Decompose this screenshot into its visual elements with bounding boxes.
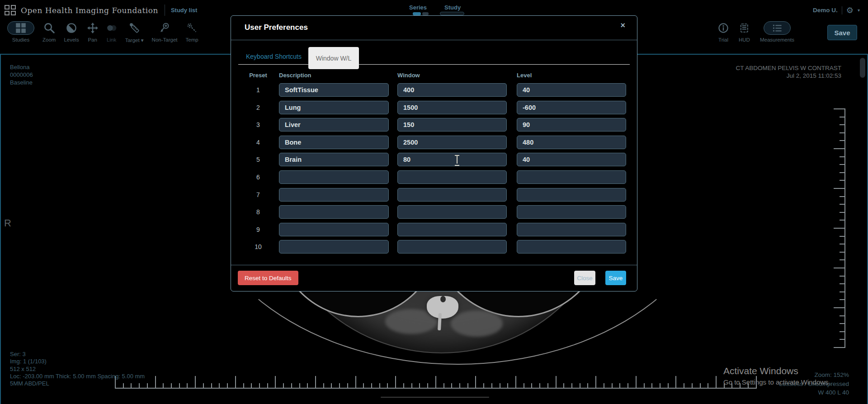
close-icon[interactable]: ×: [620, 21, 625, 30]
window-input[interactable]: [397, 136, 507, 149]
chevron-down-icon[interactable]: ▾: [858, 8, 860, 13]
toolbar-button-label: Measurements: [760, 37, 794, 42]
column-header-preset: Preset: [245, 72, 272, 79]
series-toggle-off[interactable]: [422, 12, 429, 15]
horizontal-ruler: [115, 377, 757, 389]
stack-scrollbar[interactable]: [860, 58, 865, 78]
toolbar-button-label: Trial: [718, 37, 728, 42]
description-input[interactable]: [279, 83, 389, 97]
level-input[interactable]: [517, 205, 626, 219]
info-icon: [718, 21, 729, 35]
ohif-logo-icon[interactable]: [5, 5, 16, 15]
preset-number: 4: [245, 136, 272, 149]
description-input[interactable]: [279, 118, 389, 132]
description-input[interactable]: [279, 240, 389, 254]
orientation-marker: R: [4, 217, 11, 229]
gear-icon[interactable]: ⚙: [846, 6, 854, 14]
toolbar-button-label: Studies: [12, 37, 29, 42]
tab-keyboard-shortcuts[interactable]: Keyboard Shortcuts: [246, 53, 302, 60]
preset-row: 7: [231, 188, 637, 202]
level-input[interactable]: [517, 170, 626, 184]
toolbar-hud-button[interactable]: HUD: [739, 21, 750, 42]
preset-row: 10: [231, 240, 637, 254]
preset-number: 7: [245, 188, 272, 202]
divider: [842, 6, 842, 14]
level-input[interactable]: [517, 240, 626, 254]
preset-row: 4: [231, 136, 637, 149]
window-input[interactable]: [397, 223, 507, 236]
description-input[interactable]: [279, 223, 389, 236]
non-target-icon: [159, 21, 170, 35]
column-header-level: Level: [517, 72, 532, 79]
preset-number: 3: [245, 118, 272, 132]
level-input[interactable]: [517, 188, 626, 202]
toolbar-target-button[interactable]: Target ▾: [125, 21, 144, 43]
study-list-link[interactable]: Study list: [171, 7, 198, 14]
toolbar-levels-button[interactable]: Levels: [64, 21, 79, 43]
window-input[interactable]: [397, 205, 507, 219]
overlay-series-info: Ser: 3Img: 1 (1/103)512 x 512Loc: -203.0…: [10, 351, 145, 387]
preset-row: 3: [231, 118, 637, 132]
level-input[interactable]: [517, 83, 626, 97]
window-input[interactable]: [397, 153, 507, 166]
description-input[interactable]: [279, 153, 389, 166]
study-panel-label: Study: [444, 4, 461, 11]
toolbar-temp-button[interactable]: Temp: [185, 21, 198, 43]
dialog-header: User Preferences ×: [231, 16, 637, 40]
user-menu-label[interactable]: Demo U.: [813, 7, 838, 14]
toolbar-link-button[interactable]: Link: [106, 21, 117, 43]
window-input[interactable]: [397, 101, 507, 114]
preset-row: 6: [231, 170, 637, 184]
preset-row: 1: [231, 83, 637, 97]
preset-row: 8: [231, 205, 637, 219]
preset-number: 6: [245, 170, 272, 184]
save-button[interactable]: Save: [605, 271, 626, 285]
preset-number: 5: [245, 153, 272, 166]
app-title: Open Health Imaging Foundation: [21, 6, 158, 15]
level-input[interactable]: [517, 153, 626, 166]
series-panel-label: Series: [409, 4, 427, 11]
toolbar-studies-button[interactable]: Studies: [7, 21, 34, 43]
preset-number: 2: [245, 101, 272, 114]
toolbar-zoom-button[interactable]: Zoom: [42, 21, 56, 43]
description-input[interactable]: [279, 205, 389, 219]
series-toggle-on[interactable]: [413, 12, 421, 15]
description-input[interactable]: [279, 101, 389, 114]
dialog-footer: Reset to Defaults Close Save: [231, 265, 637, 292]
tab-underline: [238, 64, 630, 65]
description-input[interactable]: [279, 136, 389, 149]
preset-number: 10: [245, 240, 272, 254]
levels-icon: [66, 21, 77, 35]
preset-row: 5: [231, 153, 637, 166]
description-input[interactable]: [279, 188, 389, 202]
overlay-patient-info: Bellona0000006Baseline: [10, 63, 33, 86]
window-input[interactable]: [397, 83, 507, 97]
toolbar-non-target-button[interactable]: Non-Target: [152, 21, 178, 43]
column-header-window: Window: [397, 72, 420, 79]
description-input[interactable]: [279, 170, 389, 184]
reset-to-defaults-button[interactable]: Reset to Defaults: [238, 271, 298, 285]
toolbar-button-label: Levels: [64, 37, 79, 42]
level-input[interactable]: [517, 101, 626, 114]
window-input[interactable]: [397, 170, 507, 184]
close-button[interactable]: Close: [574, 271, 595, 285]
toolbar-button-label: Temp: [185, 37, 198, 42]
user-preferences-dialog: User Preferences × Keyboard Shortcuts Wi…: [231, 15, 637, 291]
toolbar-save-button[interactable]: Save: [827, 25, 857, 40]
level-input[interactable]: [517, 136, 626, 149]
level-input[interactable]: [517, 118, 626, 132]
overlay-study-info: CT ABDOMEN PELVIS W CONTRASTJul 2, 2015 …: [736, 64, 841, 80]
window-input[interactable]: [397, 240, 507, 254]
preset-number: 1: [245, 83, 272, 97]
level-input[interactable]: [517, 223, 626, 236]
toolbar-measurements-button[interactable]: Measurements: [760, 21, 794, 42]
toolbar-pan-button[interactable]: Pan: [87, 21, 98, 43]
study-toggle[interactable]: [440, 12, 464, 15]
toolbar-trial-button[interactable]: Trial: [718, 21, 729, 42]
window-input[interactable]: [397, 188, 507, 202]
tab-window-wl[interactable]: Window W/L: [308, 47, 359, 69]
preset-row: 2: [231, 101, 637, 114]
preset-number: 8: [245, 205, 272, 219]
activate-windows-text: Activate Windows: [723, 366, 798, 376]
window-input[interactable]: [397, 118, 507, 132]
